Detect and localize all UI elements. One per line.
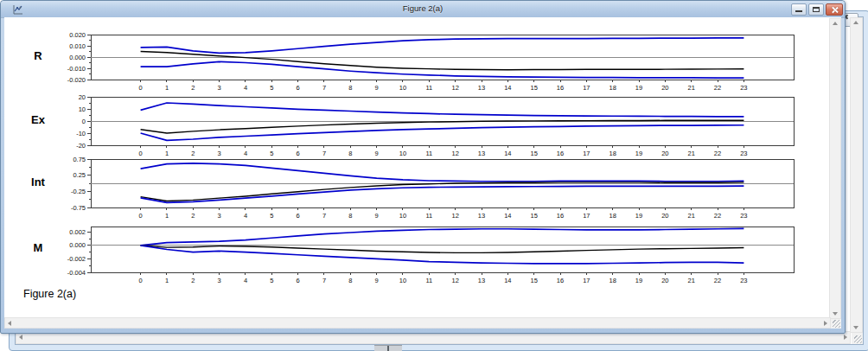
resize-grip[interactable] — [852, 333, 863, 344]
resize-grip[interactable] — [831, 319, 841, 329]
horizontal-scrollbar[interactable] — [4, 317, 831, 329]
scroll-up-icon[interactable] — [833, 22, 838, 25]
scroll-left-icon[interactable] — [8, 321, 11, 326]
close-button[interactable] — [826, 3, 843, 16]
scroll-up-icon[interactable] — [853, 21, 858, 24]
desktop: Figure 2(a) — [0, 0, 868, 351]
resize-grip-icon — [833, 320, 840, 328]
minimize-button[interactable] — [791, 3, 807, 16]
figure-canvas — [4, 17, 841, 329]
background-vertical-scrollbar[interactable] — [850, 17, 863, 333]
figure-window: Figure 2(a) — [0, 0, 846, 334]
scroll-down-icon[interactable] — [853, 326, 858, 329]
maximize-icon — [813, 7, 820, 12]
scroll-down-icon[interactable] — [833, 312, 838, 316]
resize-grip-icon — [854, 335, 862, 343]
close-icon — [831, 6, 839, 14]
vertical-scrollbar[interactable] — [829, 18, 841, 319]
scroll-right-icon[interactable] — [844, 335, 847, 340]
window-title: Figure 2(a) — [1, 3, 845, 13]
scroll-left-icon[interactable] — [19, 335, 22, 340]
minimize-icon — [795, 10, 802, 12]
maximize-button[interactable] — [808, 3, 824, 16]
title-bar[interactable]: Figure 2(a) — [1, 1, 845, 18]
window-edge-peek — [374, 345, 402, 351]
window-controls — [791, 3, 843, 16]
scroll-right-icon[interactable] — [824, 321, 827, 326]
